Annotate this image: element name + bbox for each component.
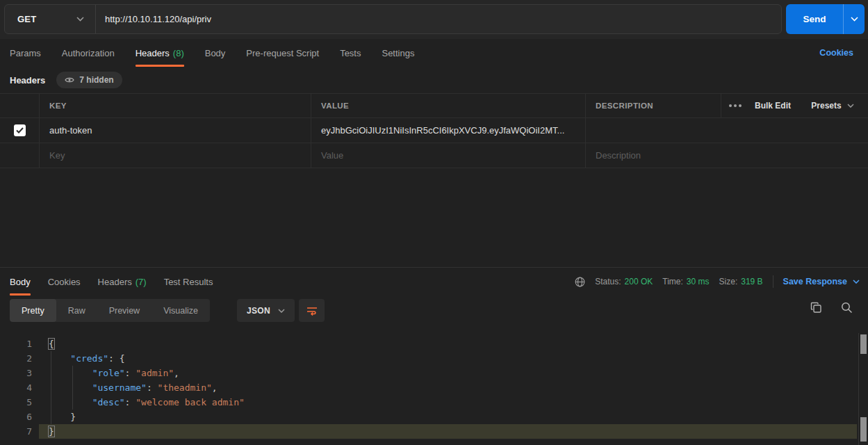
code-line: 3 "role": "admin", (0, 366, 868, 380)
headers-panel-title: Headers (10, 75, 45, 86)
copy-icon[interactable] (810, 302, 822, 316)
view-tab-pretty[interactable]: Pretty (10, 299, 56, 322)
postman-window: GET http://10.10.11.120/api/priv Send Pa… (0, 0, 868, 445)
response-tab-cookies[interactable]: Cookies (48, 268, 81, 296)
send-button[interactable]: Send (786, 4, 843, 34)
response-tabs: Body Cookies Headers (7) Test Results St… (0, 268, 868, 296)
cookies-link[interactable]: Cookies (819, 39, 853, 67)
tab-tests[interactable]: Tests (340, 39, 361, 67)
column-header-key: KEY (49, 102, 67, 110)
code-line: 4 "username": "theadmin", (0, 380, 868, 395)
value-placeholder[interactable]: Value (321, 150, 343, 161)
request-bar: GET http://10.10.11.120/api/priv Send (0, 0, 868, 39)
send-options-button[interactable] (843, 4, 865, 34)
line-number: 7 (0, 424, 39, 439)
bulk-edit-button[interactable]: Bulk Edit (748, 94, 797, 118)
response-toolbar: Pretty Raw Preview Visualize JSON (0, 296, 868, 326)
request-tabs: Params Authorization Headers (8) Body Pr… (0, 39, 868, 67)
eye-icon (65, 76, 74, 83)
view-tab-visualize[interactable]: Visualize (152, 299, 210, 322)
line-number: 3 (0, 366, 39, 380)
response-panel: Body Cookies Headers (7) Test Results St… (0, 267, 868, 445)
scrollbar-track[interactable] (858, 333, 868, 445)
code-line: 1 { (0, 337, 868, 351)
line-number: 2 (0, 351, 39, 366)
tab-body[interactable]: Body (205, 39, 226, 67)
select-column-header (0, 94, 39, 118)
save-response-button[interactable]: Save Response (783, 277, 860, 286)
line-number: 6 (0, 410, 39, 424)
time-label: Time: (662, 277, 683, 286)
wrap-lines-icon (306, 306, 318, 316)
send-split-button: Send (786, 4, 865, 34)
chevron-down-icon (853, 280, 860, 284)
scrollbar-thumb[interactable] (860, 334, 867, 354)
divider (773, 275, 773, 288)
line-number: 1 (0, 337, 39, 351)
description-placeholder[interactable]: Description (596, 150, 641, 161)
presets-dropdown[interactable]: Presets (797, 94, 868, 118)
time-value: 30 ms (687, 277, 710, 286)
column-header-value: VALUE (321, 102, 349, 110)
size-label: Size: (719, 277, 738, 286)
response-tab-test-results[interactable]: Test Results (164, 268, 213, 296)
tab-pre-request-script[interactable]: Pre-request Script (246, 39, 319, 67)
table-placeholder-row: Key Value Description (0, 143, 868, 168)
code-line: 2 "creds": { (0, 351, 868, 366)
response-body-viewer: 1 { 2 "creds": { 3 "role": "admin", 4 "u… (0, 333, 868, 445)
status-label: Status: (595, 277, 621, 286)
chevron-down-icon (851, 17, 858, 22)
url-input[interactable]: http://10.10.11.120/api/priv (96, 5, 781, 33)
code-line-active: 7 } (0, 424, 868, 439)
chevron-down-icon (76, 17, 84, 22)
header-value-cell[interactable]: eyJhbGciOiJIUzI1NiIsInR5cCI6IkpXVCJ9.eyJ… (321, 125, 564, 136)
line-number: 4 (0, 380, 39, 395)
indent-guide (72, 366, 73, 410)
headers-panel-header: Headers 7 hidden (0, 67, 868, 93)
response-tab-body[interactable]: Body (10, 268, 31, 296)
check-icon (16, 127, 24, 134)
hidden-headers-toggle[interactable]: 7 hidden (56, 72, 122, 88)
search-icon[interactable] (841, 302, 853, 316)
more-options-icon[interactable] (721, 94, 748, 118)
scrollbar-thumb[interactable] (860, 417, 867, 442)
chevron-down-icon (847, 104, 854, 108)
code-line: 6 } (0, 410, 868, 424)
header-key-cell[interactable]: auth-token (49, 125, 92, 136)
status-value: 200 OK (625, 277, 653, 286)
size-value: 319 B (741, 277, 762, 286)
table-header-row: KEY VALUE DESCRIPTION Bulk Edit Presets (0, 93, 868, 118)
view-tab-raw[interactable]: Raw (56, 299, 97, 322)
view-tab-preview[interactable]: Preview (97, 299, 152, 322)
line-number: 5 (0, 395, 39, 410)
language-dropdown[interactable]: JSON (237, 299, 295, 322)
tab-settings[interactable]: Settings (382, 39, 414, 67)
response-headers-count: (7) (136, 277, 147, 287)
table-row: auth-token eyJhbGciOiJIUzI1NiIsInR5cCI6I… (0, 118, 868, 143)
code-line: 5 "desc": "welcome back admin" (0, 395, 868, 410)
headers-table: KEY VALUE DESCRIPTION Bulk Edit Presets … (0, 93, 868, 168)
headers-count: (8) (173, 48, 184, 58)
tab-params[interactable]: Params (10, 39, 41, 67)
response-meta: Status: 200 OK Time: 30 ms Size: 319 B S… (575, 268, 860, 296)
request-url-control: GET http://10.10.11.120/api/priv (4, 4, 782, 34)
response-tab-headers[interactable]: Headers (7) (98, 268, 147, 296)
method-label: GET (17, 14, 36, 24)
tab-authorization[interactable]: Authorization (62, 39, 115, 67)
method-dropdown[interactable]: GET (5, 5, 96, 33)
view-mode-switcher: Pretty Raw Preview Visualize (10, 299, 210, 322)
column-header-description: DESCRIPTION (596, 102, 653, 110)
row-checkbox[interactable] (14, 124, 26, 136)
indent-guide (51, 351, 51, 424)
wrap-lines-button[interactable] (299, 299, 325, 322)
tab-headers[interactable]: Headers (8) (136, 39, 184, 67)
globe-icon[interactable] (575, 277, 585, 287)
key-placeholder[interactable]: Key (49, 150, 65, 161)
hidden-headers-label: 7 hidden (79, 75, 113, 85)
chevron-down-icon (278, 309, 285, 313)
